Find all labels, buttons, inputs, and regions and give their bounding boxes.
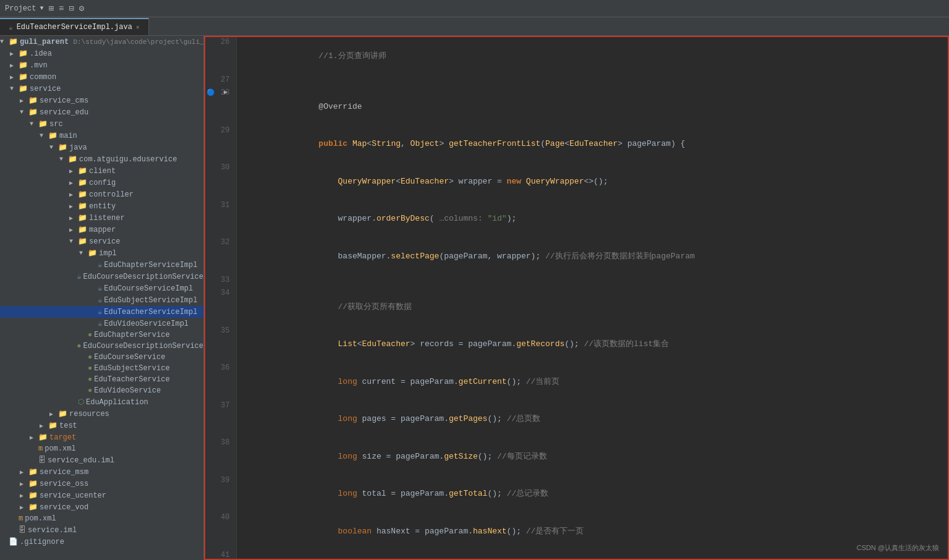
sidebar-item-edu-chapter-impl[interactable]: ☕ EduChapterServiceImpl xyxy=(0,259,203,271)
line-number: 41 xyxy=(205,550,236,561)
sidebar-item-service[interactable]: ▼ 📁 service xyxy=(0,83,203,95)
sidebar-item-src[interactable]: ▼ 📁 src xyxy=(0,118,203,130)
dropdown-arrow[interactable]: ▼ xyxy=(40,5,43,12)
sidebar-item-service-ucenter[interactable]: ▶ 📁 service_ucenter xyxy=(0,490,203,501)
edu-chapter-svc-label: EduChapterService xyxy=(94,331,169,339)
client-icon: 📁 xyxy=(78,166,87,176)
columns-icon[interactable]: ⊟ xyxy=(69,3,74,14)
idea-arrow: ▶ xyxy=(10,50,19,57)
edu-chapter-svc-icon: ● xyxy=(88,331,92,339)
listener-label: listener xyxy=(89,214,125,223)
sidebar-item-edu-chapter-svc[interactable]: ● EduChapterService xyxy=(0,329,203,341)
idea-label: .idea xyxy=(30,49,52,58)
sidebar-item-service-vod[interactable]: ▶ 📁 service_vod xyxy=(0,501,203,513)
string-id: "id" xyxy=(487,214,506,223)
type-list: List xyxy=(299,339,357,349)
sidebar-item-edu-course-impl[interactable]: ☕ EduCourseServiceImpl xyxy=(0,282,203,294)
edu-teacher-impl-label: EduTeacherServiceImpl xyxy=(104,308,197,316)
line-number: 38 xyxy=(205,438,236,475)
sidebar-item-edu-subject-svc[interactable]: ● EduSubjectService xyxy=(0,363,203,374)
tab-edu-teacher-service-impl[interactable]: ☕ EduTeacherServiceImpl.java ✕ xyxy=(0,18,149,35)
title-bar-icons: ⊞ ≡ ⊟ ⚙ xyxy=(48,3,84,14)
listener-arrow: ▶ xyxy=(69,214,78,222)
sidebar-item-gitignore[interactable]: 📄 .gitignore xyxy=(0,536,203,548)
comment-records: //该页数据的list集合 xyxy=(584,339,669,349)
project-label[interactable]: Project xyxy=(5,4,36,13)
sidebar-item-config[interactable]: ▶ 📁 config xyxy=(0,177,203,189)
layout-icon[interactable]: ⊞ xyxy=(48,3,53,14)
sidebar-item-entity[interactable]: ▶ 📁 entity xyxy=(0,200,203,212)
edu-course-svc-icon: ● xyxy=(88,353,92,362)
edu-course-desc-svc-icon: ● xyxy=(77,342,81,350)
sidebar-item-resources[interactable]: ▶ 📁 resources xyxy=(0,408,203,420)
resources-icon: 📁 xyxy=(58,409,67,418)
service-edu-iml-icon: 🗄 xyxy=(38,456,46,465)
edu-subject-impl-label: EduSubjectServiceImpl xyxy=(104,296,197,305)
common-folder-icon: 📁 xyxy=(19,72,28,82)
sidebar-item-client[interactable]: ▶ 📁 client xyxy=(0,165,203,177)
sidebar-item-mapper[interactable]: ▶ 📁 mapper xyxy=(0,224,203,235)
line-number: 33 xyxy=(205,275,236,289)
mvn-arrow: ▶ xyxy=(10,62,19,69)
type-edu-teacher2: EduTeacher xyxy=(401,177,449,186)
method-order: orderByDesc xyxy=(377,214,430,223)
sidebar-item-target[interactable]: ▶ 📁 target xyxy=(0,431,203,443)
sidebar-item-idea[interactable]: ▶ 📁 .idea xyxy=(0,48,203,59)
code-editor[interactable]: 26 //1.分页查询讲师 27 🔵 28 ▶ xyxy=(204,36,949,560)
edu-course-desc-impl-icon: ☕ xyxy=(77,272,81,281)
sidebar-item-service-msm[interactable]: ▶ 📁 service_msm xyxy=(0,466,203,478)
type-edu-teacher3: EduTeacher xyxy=(362,339,411,349)
sidebar-item-pom-edu[interactable]: m pom.xml xyxy=(0,443,203,454)
sidebar-item-pom-root[interactable]: m pom.xml xyxy=(0,513,203,524)
sidebar-item-edu-course-desc-svc[interactable]: ● EduCourseDescriptionService xyxy=(0,341,203,352)
sidebar-item-service-inner[interactable]: ▼ 📁 service xyxy=(0,235,203,247)
edu-teacher-svc-icon: ● xyxy=(88,375,92,384)
sidebar-item-main[interactable]: ▼ 📁 main xyxy=(0,130,203,142)
table-row: 38 long size = pageParam.getSize(); //每页… xyxy=(205,438,948,475)
sidebar-item-service-cms[interactable]: ▶ 📁 service_cms xyxy=(0,95,203,106)
sidebar-item-impl[interactable]: ▼ 📁 impl xyxy=(0,247,203,259)
sidebar-item-service-edu[interactable]: ▼ 📁 service_edu xyxy=(0,106,203,118)
sidebar-item-service-oss[interactable]: ▶ 📁 service_oss xyxy=(0,478,203,490)
sidebar-item-package[interactable]: ▼ 📁 com.atguigu.eduservice xyxy=(0,153,203,165)
method-gettotal: getTotal xyxy=(449,489,487,498)
service-iml-icon: 🗄 xyxy=(19,525,26,535)
code-content: @Override xyxy=(236,88,948,125)
sidebar-item-java[interactable]: ▼ 📁 java xyxy=(0,142,203,153)
sidebar-item-edu-course-svc[interactable]: ● EduCourseService xyxy=(0,352,203,363)
sidebar-item-test[interactable]: ▶ 📁 test xyxy=(0,420,203,431)
sidebar-item-edu-teacher-impl[interactable]: ☕ EduTeacherServiceImpl xyxy=(0,306,203,318)
edu-app-label: EduApplication xyxy=(86,398,148,407)
sidebar-root[interactable]: ▼ 📁 guli_parent D:\study\java\code\proje… xyxy=(0,36,203,48)
annotation: @Override xyxy=(299,102,362,111)
tab-close-button[interactable]: ✕ xyxy=(136,23,140,31)
service-cms-arrow: ▶ xyxy=(20,97,28,104)
table-row: 37 long pages = pageParam.getPages(); //… xyxy=(205,401,948,438)
tab-bar: ☕ EduTeacherServiceImpl.java ✕ xyxy=(0,17,949,36)
sidebar-item-listener[interactable]: ▶ 📁 listener xyxy=(0,212,203,224)
sidebar-item-controller[interactable]: ▶ 📁 controller xyxy=(0,189,203,200)
gear-icon[interactable]: ⚙ xyxy=(79,3,84,14)
code-table: 26 //1.分页查询讲师 27 🔵 28 ▶ xyxy=(205,37,948,560)
sidebar-item-edu-teacher-svc[interactable]: ● EduTeacherService xyxy=(0,374,203,385)
root-arrow: ▼ xyxy=(0,38,9,45)
package-label: com.atguigu.eduservice xyxy=(79,155,177,164)
sidebar-item-edu-course-desc-impl[interactable]: ☕ EduCourseDescriptionService xyxy=(0,271,203,282)
line-number: 34 xyxy=(205,288,236,326)
keyword-long3: long xyxy=(299,452,362,461)
code-content: //获取分页所有数据 xyxy=(236,288,948,326)
type-map: Map xyxy=(352,139,367,148)
sidebar-item-service-edu-iml[interactable]: 🗄 service_edu.iml xyxy=(0,454,203,466)
type-querywrapper: QueryWrapper xyxy=(299,177,396,186)
sidebar: ▼ 📁 guli_parent D:\study\java\code\proje… xyxy=(0,36,204,560)
sidebar-item-edu-subject-impl[interactable]: ☕ EduSubjectServiceImpl xyxy=(0,294,203,306)
sidebar-item-mvn[interactable]: ▶ 📁 .mvn xyxy=(0,59,203,71)
sidebar-item-service-iml[interactable]: 🗄 service.iml xyxy=(0,524,203,536)
sidebar-item-edu-app[interactable]: ⬡ EduApplication xyxy=(0,396,203,408)
sidebar-item-common[interactable]: ▶ 📁 common xyxy=(0,71,203,83)
edu-chapter-impl-icon: ☕ xyxy=(98,260,102,269)
sidebar-item-edu-video-svc[interactable]: ● EduVideoService xyxy=(0,385,203,396)
service-inner-arrow: ▼ xyxy=(69,238,78,245)
sidebar-item-edu-video-impl[interactable]: ☕ EduVideoServiceImpl xyxy=(0,318,203,329)
list-icon[interactable]: ≡ xyxy=(59,4,64,14)
